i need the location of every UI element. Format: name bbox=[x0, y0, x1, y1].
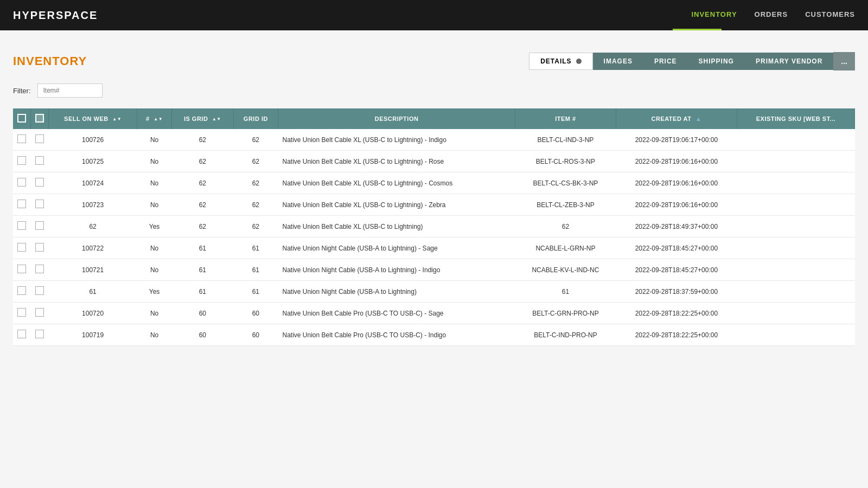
row-item-num: 61 bbox=[515, 281, 616, 303]
row-checkbox1[interactable] bbox=[13, 194, 31, 216]
row-checkbox2[interactable] bbox=[31, 237, 49, 259]
row-select-checkbox[interactable] bbox=[17, 134, 26, 143]
row-description: Native Union Night Cable (USB-A to Light… bbox=[278, 237, 515, 259]
col-is-grid[interactable]: IS GRID ▲▼ bbox=[171, 108, 233, 129]
row-checkbox1[interactable] bbox=[13, 151, 31, 172]
row-sell-on-web: Yes bbox=[137, 216, 172, 237]
row-action-checkbox[interactable] bbox=[35, 221, 44, 230]
row-checkbox1[interactable] bbox=[13, 129, 31, 151]
primary-vendor-button[interactable]: PRIMARY VENDOR bbox=[745, 53, 833, 70]
row-select-checkbox[interactable] bbox=[17, 221, 26, 230]
row-existing-sku bbox=[737, 172, 855, 194]
filter-label: Filter: bbox=[13, 87, 31, 95]
row-grid-id: 61 bbox=[233, 281, 278, 303]
row-select-checkbox[interactable] bbox=[17, 243, 26, 252]
row-created-at: 2022-09-28T18:45:27+00:00 bbox=[616, 259, 737, 281]
nav-customers[interactable]: CUSTOMERS bbox=[805, 10, 855, 21]
row-item-num: BELT-C-GRN-PRO-NP bbox=[515, 303, 616, 324]
row-grid-id-is-grid: 62 bbox=[171, 172, 233, 194]
row-select-checkbox[interactable] bbox=[17, 330, 26, 338]
shipping-button[interactable]: SHIPPING bbox=[688, 53, 745, 70]
row-checkbox1[interactable] bbox=[13, 281, 31, 303]
row-hash: 100723 bbox=[49, 194, 137, 216]
table-row: 100723 No 62 62 Native Union Belt Cable … bbox=[13, 194, 855, 216]
row-checkbox2[interactable] bbox=[31, 194, 49, 216]
row-checkbox1[interactable] bbox=[13, 303, 31, 324]
row-select-checkbox[interactable] bbox=[17, 156, 26, 165]
row-action-checkbox[interactable] bbox=[35, 134, 44, 143]
filter-input[interactable] bbox=[37, 84, 103, 98]
col-created-at: CREATED AT ▲ bbox=[616, 108, 737, 129]
row-description: Native Union Belt Cable XL (USB-C to Lig… bbox=[278, 194, 515, 216]
row-select-checkbox[interactable] bbox=[17, 178, 26, 187]
row-created-at: 2022-09-28T19:06:16+00:00 bbox=[616, 194, 737, 216]
row-item-num: BELT-CL-CS-BK-3-NP bbox=[515, 172, 616, 194]
row-description: Native Union Belt Cable Pro (USB-C TO US… bbox=[278, 324, 515, 346]
sort-is-grid-icon: ▲▼ bbox=[212, 117, 221, 121]
nav-orders[interactable]: ORDERS bbox=[755, 10, 788, 21]
row-action-checkbox[interactable] bbox=[35, 330, 44, 338]
row-grid-id: 61 bbox=[233, 259, 278, 281]
row-item-num: BELT-C-IND-PRO-NP bbox=[515, 324, 616, 346]
row-created-at: 2022-09-28T18:22:25+00:00 bbox=[616, 324, 737, 346]
row-checkbox1[interactable] bbox=[13, 172, 31, 194]
row-existing-sku bbox=[737, 151, 855, 172]
row-created-at: 2022-09-28T19:06:16+00:00 bbox=[616, 172, 737, 194]
inventory-table-container: SELL ON WEB ▲▼ # ▲▼ IS GRID ▲▼ GRID ID D… bbox=[13, 108, 855, 346]
row-select-checkbox[interactable] bbox=[17, 308, 26, 317]
row-action-checkbox[interactable] bbox=[35, 156, 44, 165]
header-select-all-checkbox[interactable] bbox=[17, 114, 26, 123]
nav-inventory[interactable]: INVENTORY bbox=[691, 10, 737, 21]
table-row: 100719 No 60 60 Native Union Belt Cable … bbox=[13, 324, 855, 346]
header-checkbox2[interactable] bbox=[35, 114, 44, 123]
price-button[interactable]: PRICE bbox=[643, 53, 688, 70]
row-sell-on-web: No bbox=[137, 324, 172, 346]
col-description: DESCRIPTION bbox=[278, 108, 515, 129]
col-hash[interactable]: # ▲▼ bbox=[137, 108, 172, 129]
row-existing-sku bbox=[737, 194, 855, 216]
col-sell-on-web[interactable]: SELL ON WEB ▲▼ bbox=[49, 108, 137, 129]
main-content: INVENTORY DETAILS IMAGES PRICE SHIPPING … bbox=[0, 30, 868, 488]
row-checkbox2[interactable] bbox=[31, 129, 49, 151]
col-grid-id: GRID ID bbox=[233, 108, 278, 129]
row-grid-id: 60 bbox=[233, 324, 278, 346]
row-checkbox2[interactable] bbox=[31, 151, 49, 172]
row-hash: 100721 bbox=[49, 259, 137, 281]
table-row: 62 Yes 62 62 Native Union Belt Cable XL … bbox=[13, 216, 855, 237]
row-action-checkbox[interactable] bbox=[35, 243, 44, 252]
row-checkbox2[interactable] bbox=[31, 303, 49, 324]
row-checkbox1[interactable] bbox=[13, 259, 31, 281]
row-checkbox2[interactable] bbox=[31, 281, 49, 303]
row-action-checkbox[interactable] bbox=[35, 308, 44, 317]
row-existing-sku bbox=[737, 303, 855, 324]
row-action-checkbox[interactable] bbox=[35, 200, 44, 208]
row-action-checkbox[interactable] bbox=[35, 178, 44, 187]
images-button[interactable]: IMAGES bbox=[593, 53, 643, 70]
row-item-num: BELT-CL-ROS-3-NP bbox=[515, 151, 616, 172]
row-grid-id: 62 bbox=[233, 151, 278, 172]
row-action-checkbox[interactable] bbox=[35, 265, 44, 273]
more-button[interactable]: ... bbox=[833, 52, 855, 70]
row-checkbox2[interactable] bbox=[31, 324, 49, 346]
row-created-at: 2022-09-28T18:45:27+00:00 bbox=[616, 237, 737, 259]
row-hash: 62 bbox=[49, 216, 137, 237]
main-nav: INVENTORY ORDERS CUSTOMERS bbox=[691, 10, 855, 21]
row-grid-id-is-grid: 62 bbox=[171, 129, 233, 151]
details-label: DETAILS bbox=[540, 57, 571, 65]
row-checkbox1[interactable] bbox=[13, 324, 31, 346]
row-select-checkbox[interactable] bbox=[17, 265, 26, 273]
details-button[interactable]: DETAILS bbox=[529, 53, 592, 70]
row-created-at: 2022-09-28T18:49:37+00:00 bbox=[616, 216, 737, 237]
row-description: Native Union Belt Cable Pro (USB-C TO US… bbox=[278, 303, 515, 324]
row-select-checkbox[interactable] bbox=[17, 200, 26, 208]
row-checkbox2[interactable] bbox=[31, 216, 49, 237]
row-checkbox2[interactable] bbox=[31, 259, 49, 281]
row-checkbox1[interactable] bbox=[13, 216, 31, 237]
row-description: Native Union Night Cable (USB-A to Light… bbox=[278, 281, 515, 303]
row-sell-on-web: Yes bbox=[137, 281, 172, 303]
logo: HYPERSPACE bbox=[13, 9, 98, 22]
row-checkbox1[interactable] bbox=[13, 237, 31, 259]
row-action-checkbox[interactable] bbox=[35, 286, 44, 295]
row-select-checkbox[interactable] bbox=[17, 286, 26, 295]
row-checkbox2[interactable] bbox=[31, 172, 49, 194]
